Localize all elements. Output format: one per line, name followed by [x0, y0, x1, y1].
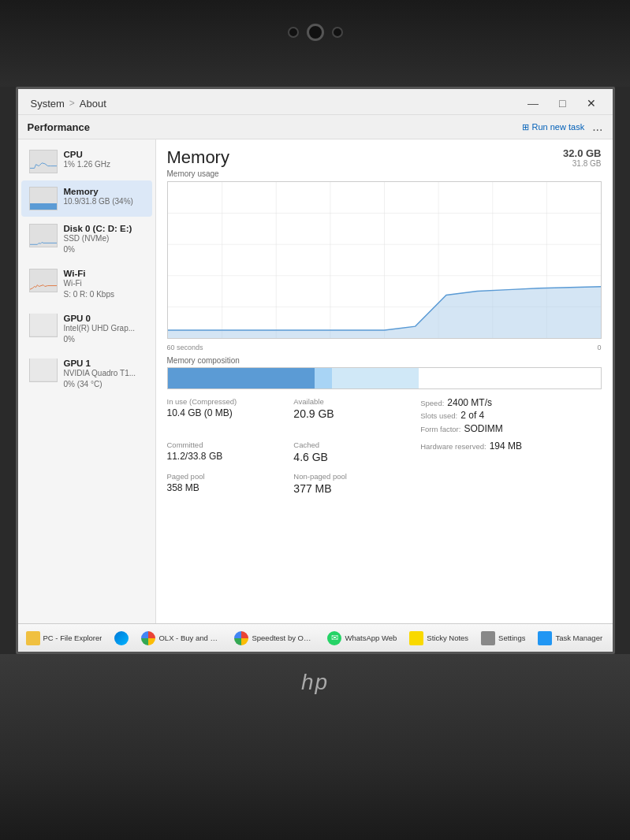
taskbar-chevron[interactable]: ^: [610, 633, 612, 644]
sticky-notes-label: Sticky Notes: [427, 634, 468, 642]
maximize-button[interactable]: □: [555, 95, 569, 111]
settings-icon: [481, 631, 495, 645]
memory-title: Memory: [167, 147, 229, 168]
non-paged-pool-label: Non-paged pool: [293, 472, 414, 481]
gpu1-item-name: GPU 1: [64, 359, 144, 368]
disk-item-sub2: 0%: [64, 244, 144, 255]
run-task-icon: ⊞: [522, 122, 529, 132]
hw-reserved-label: Hardware reserved:: [420, 442, 486, 452]
hw-reserved-value: 194 MB: [490, 440, 522, 452]
gpu1-item-text: GPU 1 NVIDIA Quadro T1... 0% (34 °C): [64, 359, 144, 390]
sidebar-item-memory[interactable]: Memory 10.9/31.8 GB (34%): [21, 180, 152, 217]
sidebar-item-cpu[interactable]: CPU 1% 1.26 GHz: [21, 143, 152, 180]
taskbar-sticky-notes[interactable]: Sticky Notes: [404, 629, 473, 648]
wifi-graph-icon: [29, 269, 58, 292]
speedtest-label: Speedtest by Ookla - Ti: [252, 634, 315, 642]
stat-paged-pool: Paged pool 358 MB: [167, 472, 288, 497]
camera-dot-left: [288, 27, 299, 38]
screen-area: System > About — □ ✕ Performance ⊞ Run n…: [16, 87, 615, 654]
memory-graph-svg: [168, 182, 601, 338]
whatsapp-label: WhatsApp Web: [345, 634, 397, 642]
stat-available: Available 20.9 GB: [293, 397, 414, 434]
composition-label: Memory composition: [167, 356, 602, 365]
tm-content: CPU 1% 1.26 GHz Memory 10.9/31.8 GB (34%…: [18, 139, 613, 623]
breadcrumb: System > About: [31, 98, 106, 110]
memory-header-row: Memory 32.0 GB 31.8 GB: [167, 147, 602, 168]
memory-total-area: 32.0 GB 31.8 GB: [563, 147, 601, 168]
task-manager-icon: [538, 631, 552, 645]
edge-icon: [114, 631, 129, 645]
stat-hw-reserved: Hardware reserved: 194 MB: [420, 440, 601, 466]
wifi-item-text: Wi-Fi Wi-Fi S: 0 R: 0 Kbps: [64, 269, 144, 300]
taskbar-settings[interactable]: Settings: [476, 629, 530, 648]
gpu0-item-sub2: 0%: [64, 334, 144, 345]
breadcrumb-separator: >: [69, 98, 75, 109]
stat-committed: Committed 11.2/33.8 GB: [167, 440, 288, 466]
sticky-notes-icon: [409, 631, 423, 645]
in-use-value: 10.4 GB (0 MB): [167, 407, 288, 420]
committed-label: Committed: [167, 440, 288, 450]
taskbar-olx[interactable]: OLX - Buy and Sell for fi: [136, 629, 226, 648]
gpu0-item-sub1: Intel(R) UHD Grap...: [64, 323, 144, 334]
graph-x-label-left: 60 seconds: [167, 344, 203, 351]
run-task-label: Run new task: [532, 122, 585, 132]
cpu-item-name: CPU: [64, 150, 144, 159]
taskbar-task-manager[interactable]: Task Manager: [533, 629, 607, 648]
cpu-graph-icon: [29, 150, 58, 173]
wifi-item-name: Wi-Fi: [64, 269, 144, 278]
taskbar-file-explorer[interactable]: PC - File Explorer: [21, 629, 107, 648]
slots-label: Slots used:: [420, 411, 457, 421]
olx-label: OLX - Buy and Sell for fi: [158, 634, 222, 642]
settings-label: Settings: [498, 634, 525, 642]
paged-pool-value: 358 MB: [167, 481, 288, 495]
gpu0-item-text: GPU 0 Intel(R) UHD Grap... 0%: [64, 314, 144, 345]
svg-rect-0: [30, 314, 57, 336]
minimize-button[interactable]: —: [524, 95, 542, 111]
taskbar-end: ^: [610, 633, 612, 644]
comp-modified: [315, 368, 332, 388]
camera-main: [307, 24, 324, 41]
memory-graph: [167, 181, 602, 339]
close-button[interactable]: ✕: [583, 95, 600, 111]
sidebar-item-gpu1[interactable]: GPU 1 NVIDIA Quadro T1... 0% (34 °C): [21, 352, 152, 396]
more-options-button[interactable]: ...: [592, 120, 602, 134]
disk-item-sub1: SSD (NVMe): [64, 233, 144, 244]
memory-item-name: Memory: [64, 187, 144, 196]
slots-value: 2 of 4: [460, 410, 484, 421]
disk-graph-icon: [29, 224, 58, 247]
wifi-item-sub1: Wi-Fi: [64, 278, 144, 289]
svg-rect-1: [30, 359, 57, 381]
graph-x-label-right: 0: [597, 344, 601, 351]
taskbar-whatsapp[interactable]: ✉ WhatsApp Web: [322, 629, 401, 648]
memory-total-gb: 32.0 GB: [563, 147, 601, 159]
comp-free: [419, 368, 601, 388]
task-manager-label: Task Manager: [555, 634, 602, 642]
non-paged-pool-value: 377 MB: [293, 481, 414, 497]
paged-pool-label: Paged pool: [167, 472, 288, 481]
laptop-top-bezel: [0, 0, 630, 87]
file-explorer-label: PC - File Explorer: [43, 634, 103, 642]
available-label: Available: [293, 397, 414, 407]
speed-value: 2400 MT/s: [447, 397, 492, 408]
taskbar-speedtest[interactable]: Speedtest by Ookla - Ti: [229, 629, 319, 648]
sidebar-item-gpu0[interactable]: GPU 0 Intel(R) UHD Grap... 0%: [21, 307, 152, 351]
run-new-task-button[interactable]: ⊞ Run new task: [522, 122, 585, 132]
tm-title: Performance: [28, 121, 90, 133]
task-manager-window: Performance ⊞ Run new task ...: [18, 115, 613, 652]
sidebar-item-wifi[interactable]: Wi-Fi Wi-Fi S: 0 R: 0 Kbps: [21, 262, 152, 307]
memory-item-text: Memory 10.9/31.8 GB (34%): [64, 187, 144, 207]
cached-value: 4.6 GB: [293, 450, 414, 466]
cpu-item-sub: 1% 1.26 GHz: [64, 159, 144, 170]
breadcrumb-parent[interactable]: System: [31, 98, 65, 110]
gpu1-graph-icon: [29, 359, 58, 382]
stat-speed-section: Speed: 2400 MT/s Slots used: 2 of 4 Form…: [420, 397, 601, 434]
taskbar-edge[interactable]: [110, 629, 133, 648]
comp-standby: [332, 368, 419, 388]
laptop-bottom: hp: [0, 654, 630, 840]
cpu-item-text: CPU 1% 1.26 GHz: [64, 150, 144, 170]
camera-dot-right: [332, 27, 343, 38]
sidebar-item-disk[interactable]: Disk 0 (C: D: E:) SSD (NVMe) 0%: [21, 217, 152, 262]
tm-sidebar: CPU 1% 1.26 GHz Memory 10.9/31.8 GB (34%…: [18, 139, 156, 623]
disk-item-text: Disk 0 (C: D: E:) SSD (NVMe) 0%: [64, 224, 144, 255]
chrome-olx-icon: [141, 631, 155, 645]
